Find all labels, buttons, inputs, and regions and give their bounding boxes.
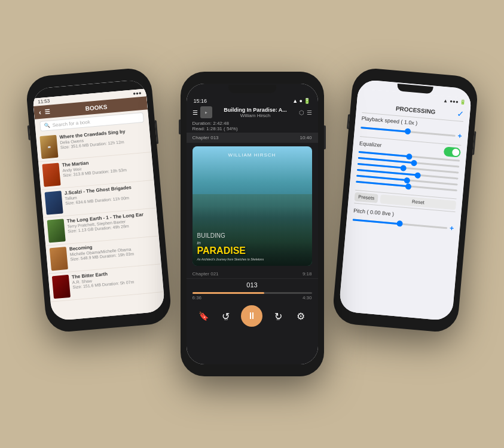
pitch-plus[interactable]: + (450, 224, 454, 233)
battery-icon: 🔋 (460, 99, 466, 105)
player-progress[interactable]: 6:36 4:30 (187, 291, 318, 302)
book-info: Where the Crawdads Sing by Delia Owens S… (59, 127, 147, 149)
center-book-title: Building In Paradise: A... (212, 107, 299, 113)
chapter-preview-name: Chapter 021 (193, 271, 219, 277)
duration-label: Duration: (193, 121, 212, 126)
chapter-time: 10:40 (300, 135, 311, 140)
building-in-text: in (197, 240, 307, 246)
left-phone: 11:53 ●●● ‹ ☰ BOOKS 🔍 Search for a book … (25, 67, 173, 334)
footer-text: Available space on the device: 211.46 (74, 317, 145, 321)
center-time: 15:16 (194, 98, 207, 104)
chapter-preview-row[interactable]: Chapter 021 9:18 (187, 269, 318, 279)
book-list: 📖 Where the Crawdads Sing by Delia Owens… (36, 124, 164, 302)
center-phone: 15:16 ▲ ● 🔋 ☰ ▶ Building In Paradise: A.… (181, 72, 324, 376)
building-in: BUILDING (197, 232, 225, 239)
left-screen: 11:53 ●●● ‹ ☰ BOOKS 🔍 Search for a book … (32, 79, 165, 321)
chapter-preview-time: 9:18 (303, 271, 312, 277)
read-value: 1:28:31 ( 54%) (206, 126, 237, 131)
album-art-bg: WILLIAM HIRSCH BUILDING in PARADISE An A… (193, 146, 312, 266)
rewind-button[interactable]: ↺ 15 (219, 309, 233, 323)
eq-sliders (356, 151, 460, 194)
track-number: 013 (187, 279, 318, 291)
right-phone: ▲ ●●● 🔋 PROCESSING ✓ Playback speed ( 1.… (332, 67, 479, 334)
left-time: 11:53 (38, 99, 50, 105)
progress-times: 6:36 4:30 (193, 295, 312, 300)
pause-button[interactable]: ⏸ (241, 305, 262, 327)
player-controls: 🔖 ↺ 15 ⏸ ↻ 30 ⚙ (187, 302, 318, 330)
check-button[interactable]: ✓ (456, 109, 464, 119)
progress-current: 6:36 (193, 295, 202, 300)
left-footer: Available space on the device: 211.46 (53, 313, 166, 321)
center-notch (228, 85, 276, 93)
album-art: WILLIAM HIRSCH BUILDING in PARADISE An A… (193, 146, 312, 266)
subtitle-text: An Architect's Journey from Sketches to … (197, 257, 307, 261)
center-screen-content: 15:16 ▲ ● 🔋 ☰ ▶ Building In Paradise: A.… (187, 96, 318, 364)
search-placeholder: Search for a book (52, 119, 90, 128)
center-status-icons: ▲ ● 🔋 (292, 98, 310, 104)
right-screen-content: ▲ ●●● 🔋 PROCESSING ✓ Playback speed ( 1.… (338, 88, 471, 321)
title-area: Building In Paradise: A... William Hirsc… (212, 107, 299, 118)
equalizer-label: Equalizer (359, 140, 382, 148)
center-screen: 15:16 ▲ ● 🔋 ☰ ▶ Building In Paradise: A.… (187, 84, 318, 364)
book-cover (45, 191, 63, 214)
playback-plus[interactable]: + (457, 131, 462, 140)
airplay-icon[interactable]: ⬡ (299, 109, 304, 116)
book-cover (42, 163, 60, 187)
left-status-icons: ●●● (133, 90, 142, 96)
wifi-icon: ▲ (443, 98, 448, 104)
right-screen: ▲ ●●● 🔋 PROCESSING ✓ Playback speed ( 1.… (338, 79, 472, 321)
chapter-label: Chapter 013 (193, 135, 219, 140)
center-status-bar: 15:16 ▲ ● 🔋 (187, 96, 318, 105)
list-icon[interactable]: ☰ (307, 109, 312, 116)
search-icon: 🔍 (44, 123, 50, 129)
pitch-section: Pitch ( 0.00 8ve ) + (346, 205, 462, 238)
progress-bar[interactable] (193, 292, 312, 294)
menu-icon[interactable]: ☰ (193, 109, 198, 116)
read-label: Read: (193, 126, 205, 131)
back-icon[interactable]: ‹ (38, 108, 41, 116)
building-overlay: BUILDING in PARADISE An Architect's Jour… (193, 146, 312, 266)
book-cover: 📖 (39, 135, 58, 159)
book-cover (47, 219, 66, 243)
building-title-text: BUILDING (197, 229, 307, 240)
progress-total: 4:30 (303, 295, 312, 300)
chapter-bar-top: Chapter 013 10:40 (187, 133, 318, 143)
signal-icon: ●●● (450, 99, 459, 105)
equalizer-button[interactable]: ⚙ (294, 309, 308, 323)
book-cover (50, 247, 68, 271)
duration-value: 2:42:48 (213, 121, 229, 126)
presets-button[interactable]: Presets (355, 192, 378, 203)
center-author: William Hirsch (212, 113, 299, 118)
progress-fill (193, 292, 264, 294)
center-durations: Duration: 2:42:48 Read: 1:28:31 ( 54%) (187, 119, 318, 133)
thumbnail: ▶ (200, 106, 212, 118)
book-cover (52, 275, 71, 299)
center-header: ☰ ▶ Building In Paradise: A... William H… (187, 105, 318, 119)
paradise-text: PARADISE (197, 246, 307, 256)
forward-button[interactable]: ↻ 30 (271, 309, 285, 323)
bookmark-button[interactable]: 🔖 (196, 309, 210, 323)
equalizer-toggle[interactable] (444, 146, 461, 157)
equalizer-section: Equalizer (349, 136, 467, 199)
